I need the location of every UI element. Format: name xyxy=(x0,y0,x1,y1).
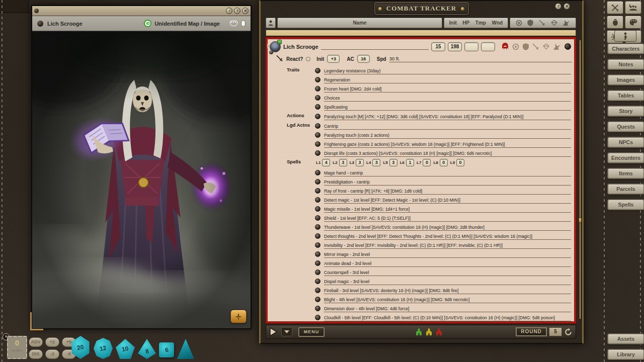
tmp-column-header[interactable]: Tmp xyxy=(475,20,486,26)
bullet-icon[interactable] xyxy=(315,215,320,221)
bullet-icon[interactable] xyxy=(315,141,320,147)
neutral-meeple-icon[interactable] xyxy=(426,328,432,335)
die[interactable]: 8 xyxy=(138,339,156,359)
wnd-column-header[interactable]: Wnd xyxy=(492,20,503,26)
sidebar-button[interactable]: Assets xyxy=(607,333,644,344)
legendary-action-row[interactable]: Cantrip xyxy=(315,121,571,130)
party-icon[interactable] xyxy=(625,1,641,14)
tracker-scrollbar[interactable] xyxy=(580,40,581,319)
modifier-button[interactable]: DIS xyxy=(29,349,43,359)
trait-row[interactable]: Frozen heart [DMG: 2d4 cold] xyxy=(315,83,571,93)
bullet-icon[interactable] xyxy=(315,279,320,284)
wing-icon[interactable] xyxy=(553,43,561,50)
die[interactable]: 6 xyxy=(159,342,174,357)
spell-row[interactable]: Counterspell - 3rd level xyxy=(315,267,571,276)
hp-value-box[interactable]: 198 xyxy=(448,42,462,51)
slot-count-box[interactable]: 4 xyxy=(322,159,330,166)
bullet-icon[interactable] xyxy=(315,123,320,129)
slot-count-box[interactable]: 3 xyxy=(389,159,397,166)
bullet-icon[interactable] xyxy=(315,104,320,110)
bullet-icon[interactable] xyxy=(315,132,320,138)
help-icon[interactable]: ? xyxy=(555,3,561,10)
trait-row[interactable]: Spellcasting xyxy=(315,102,571,111)
spell-row[interactable]: Detect thoughts - 2nd level [EFF: Detect… xyxy=(315,231,571,240)
spell-row[interactable]: Mage hand - cantrip xyxy=(315,167,571,176)
shield-icon[interactable] xyxy=(523,43,529,50)
trait-row[interactable]: Choices xyxy=(315,93,571,102)
bullet-icon[interactable] xyxy=(315,206,320,212)
sidebar-button[interactable]: Encounters xyxy=(607,152,644,163)
react-checkbox[interactable] xyxy=(306,57,310,61)
spell-row[interactable]: Magic missile - 1st level [DMG: 1d4+1 fo… xyxy=(315,204,571,213)
combatant-portrait[interactable] xyxy=(270,41,281,52)
bullet-icon[interactable] xyxy=(315,86,320,92)
slot-count-box[interactable]: 0 xyxy=(456,159,464,166)
dice-bag-icon[interactable] xyxy=(607,16,623,29)
bullet-icon[interactable] xyxy=(315,95,320,101)
armor-helmet-icon[interactable] xyxy=(502,43,509,50)
sidebar-button[interactable]: NPCs xyxy=(607,137,644,148)
sidebar-button[interactable]: Story xyxy=(607,106,644,117)
modifier-button[interactable]: ADV xyxy=(29,337,43,347)
spell-row[interactable]: Fireball - 3rd level [SAVEVS: dexterity … xyxy=(315,285,571,294)
bullet-icon[interactable] xyxy=(315,68,320,73)
spell-row[interactable]: Animate dead - 3rd level xyxy=(315,258,571,267)
slot-count-box[interactable]: 3 xyxy=(339,159,347,166)
modifier-button[interactable]: -2 xyxy=(45,349,59,359)
token-radio-icon[interactable] xyxy=(37,21,43,27)
init-value-box[interactable]: 15 xyxy=(431,42,445,51)
slot-count-box[interactable]: 3 xyxy=(356,159,364,166)
close-icon[interactable]: ✕ xyxy=(564,3,570,10)
next-round-refresh-icon[interactable] xyxy=(564,328,573,336)
die[interactable]: 12 xyxy=(94,338,113,359)
spell-row[interactable]: Blight - 4th level [SAVEVS: constitution… xyxy=(315,294,571,303)
combat-tracker-titlebar[interactable]: COMBAT TRACKER xyxy=(374,2,469,15)
wnd-box[interactable] xyxy=(481,42,495,51)
sidebar-button[interactable]: Parcels xyxy=(607,184,644,195)
bullet-icon[interactable] xyxy=(315,170,320,175)
spell-row[interactable]: Scrying - 5th level [EFF: Scrying - 5th … xyxy=(315,321,571,323)
bullet-icon[interactable] xyxy=(315,179,320,185)
tmp-hp-box[interactable] xyxy=(464,42,478,51)
spell-row[interactable]: Dispel magic - 3rd level xyxy=(315,276,571,285)
palette-icon[interactable] xyxy=(625,16,641,29)
pointer-icon[interactable] xyxy=(614,30,636,42)
modifier-box[interactable]: 0 Modifier xyxy=(7,336,27,359)
die[interactable] xyxy=(177,339,194,359)
spell-row[interactable]: Shield - 1st level [EFF: AC: 5 (D:1) (T:… xyxy=(315,213,571,222)
bullet-icon[interactable] xyxy=(315,150,320,156)
spd-value[interactable]: 30 ft. xyxy=(389,56,572,62)
sword-icon[interactable] xyxy=(532,43,539,50)
legendary-action-row[interactable]: Disrupt life (costs 3 actions) [SAVEVS: … xyxy=(315,148,571,157)
next-actor-arrow-icon[interactable] xyxy=(269,327,278,337)
sidebar-button[interactable]: Notes xyxy=(607,59,644,70)
sidebar-button[interactable]: Images xyxy=(607,74,644,85)
bullet-icon[interactable] xyxy=(315,288,320,293)
slot-count-box[interactable]: 0 xyxy=(423,159,431,166)
init-mod-box[interactable]: +3 xyxy=(327,55,340,63)
trait-row[interactable]: Legendary resistance (3/day) xyxy=(315,65,571,74)
menu-button[interactable]: MENU xyxy=(298,327,325,337)
sidebar-button[interactable]: Quests xyxy=(607,121,644,132)
lich-portrait-image[interactable] xyxy=(32,32,251,328)
bullet-icon[interactable] xyxy=(315,233,320,239)
spell-row[interactable]: Mirror image - 2nd level xyxy=(315,249,571,258)
spell-row[interactable]: Invisibility - 2nd level [EFF: Invisibil… xyxy=(315,240,571,249)
spell-row[interactable]: Thunderwave - 1st level [SAVEVS: constit… xyxy=(315,222,571,231)
bullet-icon[interactable] xyxy=(315,197,320,203)
init-column-header[interactable]: Init xyxy=(449,20,457,26)
targeting-icon[interactable] xyxy=(512,43,519,50)
trait-row[interactable]: Regeneration xyxy=(315,74,571,83)
bullet-icon[interactable] xyxy=(315,251,320,257)
spell-row[interactable]: Cloudkill - 5th level [EFF: Cloudkill - … xyxy=(315,312,571,321)
bullet-icon[interactable] xyxy=(315,224,320,230)
sidebar-button[interactable]: Tables xyxy=(607,90,644,101)
help-icon[interactable]: ? xyxy=(234,8,240,14)
bullet-icon[interactable] xyxy=(315,297,320,302)
menu-orb-icon[interactable] xyxy=(565,43,571,50)
bullet-icon[interactable] xyxy=(315,315,320,320)
id-badge-icon[interactable]: ID xyxy=(144,20,151,27)
modifier-button[interactable]: +2 xyxy=(45,337,59,347)
bullet-icon[interactable] xyxy=(315,306,320,311)
spell-row[interactable]: Dimension door - 4th level [DMG: 4d6 for… xyxy=(315,303,571,312)
